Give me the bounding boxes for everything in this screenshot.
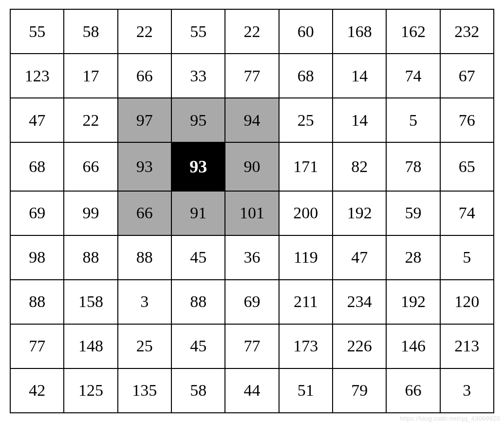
cell: 25 — [118, 324, 171, 368]
kernel-cell: 66 — [118, 191, 171, 235]
cell: 22 — [225, 9, 279, 54]
cell: 125 — [64, 368, 117, 413]
cell: 135 — [118, 368, 171, 413]
kernel-cell: 101 — [225, 191, 279, 235]
cell: 68 — [10, 142, 64, 191]
cell: 79 — [333, 368, 386, 413]
cell: 36 — [225, 235, 279, 280]
cell: 162 — [386, 9, 440, 54]
cell: 5 — [440, 235, 494, 280]
cell: 200 — [279, 191, 333, 235]
watermark-text: https://blog.csdn.net/qq_43069920 — [400, 415, 500, 422]
cell: 44 — [225, 368, 279, 413]
cell: 3 — [440, 368, 494, 413]
cell: 192 — [333, 191, 386, 235]
cell: 65 — [440, 142, 494, 191]
table-row: 98 88 88 45 36 119 47 28 5 — [10, 235, 494, 280]
kernel-cell: 91 — [171, 191, 225, 235]
grid-body: 55 58 22 55 22 60 168 162 232 123 17 66 … — [10, 9, 494, 413]
cell: 88 — [118, 235, 171, 280]
table-row: 42 125 135 58 44 51 79 66 3 — [10, 368, 494, 413]
cell: 28 — [386, 235, 440, 280]
table-row: 47 22 97 95 94 25 14 5 76 — [10, 98, 494, 142]
table-row: 69 99 66 91 101 200 192 59 74 — [10, 191, 494, 235]
cell: 213 — [440, 324, 494, 368]
cell: 88 — [10, 280, 64, 324]
cell: 74 — [440, 191, 494, 235]
cell: 98 — [10, 235, 64, 280]
table-row: 77 148 25 45 77 173 226 146 213 — [10, 324, 494, 368]
cell: 77 — [225, 324, 279, 368]
cell: 22 — [118, 9, 171, 54]
kernel-center-cell: 93 — [171, 142, 225, 191]
cell: 77 — [225, 54, 279, 98]
cell: 148 — [64, 324, 117, 368]
cell: 99 — [64, 191, 117, 235]
cell: 232 — [440, 9, 494, 54]
cell: 234 — [333, 280, 386, 324]
cell: 3 — [118, 280, 171, 324]
cell: 123 — [10, 54, 64, 98]
cell: 66 — [64, 142, 117, 191]
cell: 68 — [279, 54, 333, 98]
cell: 211 — [279, 280, 333, 324]
cell: 146 — [386, 324, 440, 368]
cell: 158 — [64, 280, 117, 324]
pixel-grid: 55 58 22 55 22 60 168 162 232 123 17 66 … — [10, 9, 494, 413]
cell: 74 — [386, 54, 440, 98]
cell: 192 — [386, 280, 440, 324]
table-row: 68 66 93 93 90 171 82 78 65 — [10, 142, 494, 191]
cell: 88 — [171, 280, 225, 324]
table-row: 123 17 66 33 77 68 14 74 67 — [10, 54, 494, 98]
cell: 60 — [279, 9, 333, 54]
cell: 173 — [279, 324, 333, 368]
kernel-cell: 90 — [225, 142, 279, 191]
cell: 66 — [386, 368, 440, 413]
cell: 76 — [440, 98, 494, 142]
kernel-cell: 93 — [118, 142, 171, 191]
cell: 168 — [333, 9, 386, 54]
cell: 45 — [171, 324, 225, 368]
cell: 55 — [10, 9, 64, 54]
cell: 69 — [225, 280, 279, 324]
cell: 58 — [64, 9, 117, 54]
cell: 45 — [171, 235, 225, 280]
kernel-cell: 94 — [225, 98, 279, 142]
cell: 14 — [333, 54, 386, 98]
table-row: 55 58 22 55 22 60 168 162 232 — [10, 9, 494, 54]
cell: 120 — [440, 280, 494, 324]
grid-figure: 55 58 22 55 22 60 168 162 232 123 17 66 … — [0, 0, 504, 425]
cell: 47 — [10, 98, 64, 142]
cell: 22 — [64, 98, 117, 142]
cell: 77 — [10, 324, 64, 368]
cell: 69 — [10, 191, 64, 235]
cell: 66 — [118, 54, 171, 98]
cell: 82 — [333, 142, 386, 191]
cell: 78 — [386, 142, 440, 191]
table-row: 88 158 3 88 69 211 234 192 120 — [10, 280, 494, 324]
cell: 119 — [279, 235, 333, 280]
cell: 42 — [10, 368, 64, 413]
cell: 59 — [386, 191, 440, 235]
cell: 55 — [171, 9, 225, 54]
cell: 67 — [440, 54, 494, 98]
cell: 51 — [279, 368, 333, 413]
cell: 171 — [279, 142, 333, 191]
cell: 5 — [386, 98, 440, 142]
cell: 88 — [64, 235, 117, 280]
kernel-cell: 95 — [171, 98, 225, 142]
cell: 14 — [333, 98, 386, 142]
cell: 25 — [279, 98, 333, 142]
cell: 17 — [64, 54, 117, 98]
cell: 33 — [171, 54, 225, 98]
cell: 58 — [171, 368, 225, 413]
cell: 226 — [333, 324, 386, 368]
kernel-cell: 97 — [118, 98, 171, 142]
cell: 47 — [333, 235, 386, 280]
